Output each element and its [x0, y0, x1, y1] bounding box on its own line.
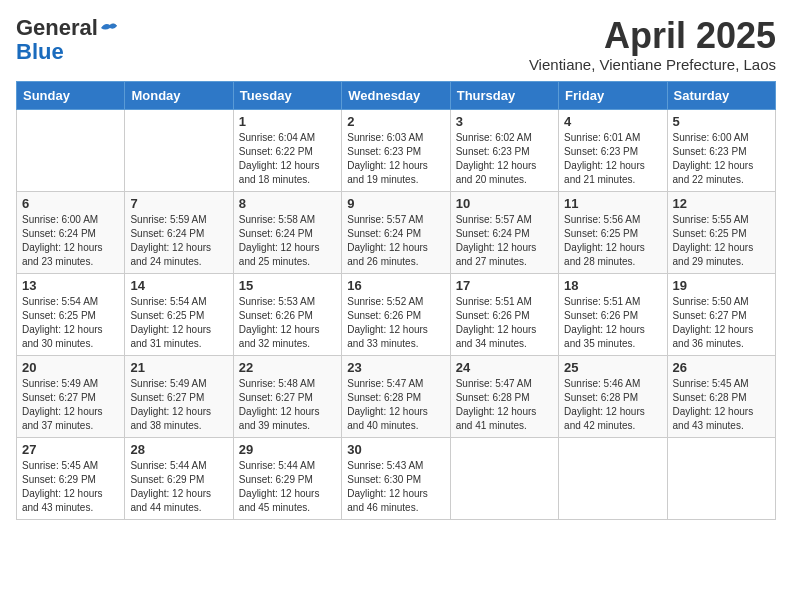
- day-number: 23: [347, 360, 444, 375]
- day-info: Sunrise: 5:43 AM Sunset: 6:30 PM Dayligh…: [347, 459, 444, 515]
- calendar-cell: 6Sunrise: 6:00 AM Sunset: 6:24 PM Daylig…: [17, 191, 125, 273]
- title-block: April 2025 Vientiane, Vientiane Prefectu…: [529, 16, 776, 73]
- calendar-cell: 2Sunrise: 6:03 AM Sunset: 6:23 PM Daylig…: [342, 109, 450, 191]
- day-info: Sunrise: 6:02 AM Sunset: 6:23 PM Dayligh…: [456, 131, 553, 187]
- day-info: Sunrise: 5:51 AM Sunset: 6:26 PM Dayligh…: [456, 295, 553, 351]
- calendar-cell: 18Sunrise: 5:51 AM Sunset: 6:26 PM Dayli…: [559, 273, 667, 355]
- day-info: Sunrise: 5:49 AM Sunset: 6:27 PM Dayligh…: [130, 377, 227, 433]
- calendar-cell: 22Sunrise: 5:48 AM Sunset: 6:27 PM Dayli…: [233, 355, 341, 437]
- weekday-header-thursday: Thursday: [450, 81, 558, 109]
- calendar-cell: 26Sunrise: 5:45 AM Sunset: 6:28 PM Dayli…: [667, 355, 775, 437]
- day-info: Sunrise: 5:52 AM Sunset: 6:26 PM Dayligh…: [347, 295, 444, 351]
- logo-blue-text: Blue: [16, 40, 118, 64]
- day-number: 17: [456, 278, 553, 293]
- day-number: 30: [347, 442, 444, 457]
- day-number: 20: [22, 360, 119, 375]
- calendar-cell: [559, 437, 667, 519]
- day-number: 4: [564, 114, 661, 129]
- weekday-header-wednesday: Wednesday: [342, 81, 450, 109]
- day-info: Sunrise: 5:45 AM Sunset: 6:28 PM Dayligh…: [673, 377, 770, 433]
- day-info: Sunrise: 5:49 AM Sunset: 6:27 PM Dayligh…: [22, 377, 119, 433]
- day-number: 9: [347, 196, 444, 211]
- calendar-cell: 15Sunrise: 5:53 AM Sunset: 6:26 PM Dayli…: [233, 273, 341, 355]
- day-number: 14: [130, 278, 227, 293]
- weekday-header-tuesday: Tuesday: [233, 81, 341, 109]
- calendar-cell: [17, 109, 125, 191]
- calendar-cell: 10Sunrise: 5:57 AM Sunset: 6:24 PM Dayli…: [450, 191, 558, 273]
- day-info: Sunrise: 5:44 AM Sunset: 6:29 PM Dayligh…: [130, 459, 227, 515]
- calendar-cell: 8Sunrise: 5:58 AM Sunset: 6:24 PM Daylig…: [233, 191, 341, 273]
- calendar-cell: 28Sunrise: 5:44 AM Sunset: 6:29 PM Dayli…: [125, 437, 233, 519]
- calendar-cell: 13Sunrise: 5:54 AM Sunset: 6:25 PM Dayli…: [17, 273, 125, 355]
- day-number: 15: [239, 278, 336, 293]
- day-number: 8: [239, 196, 336, 211]
- day-info: Sunrise: 5:54 AM Sunset: 6:25 PM Dayligh…: [130, 295, 227, 351]
- day-number: 28: [130, 442, 227, 457]
- day-number: 13: [22, 278, 119, 293]
- calendar-cell: [125, 109, 233, 191]
- calendar-cell: 1Sunrise: 6:04 AM Sunset: 6:22 PM Daylig…: [233, 109, 341, 191]
- day-number: 27: [22, 442, 119, 457]
- logo-bird-icon: [100, 21, 118, 35]
- calendar-cell: 25Sunrise: 5:46 AM Sunset: 6:28 PM Dayli…: [559, 355, 667, 437]
- day-info: Sunrise: 5:51 AM Sunset: 6:26 PM Dayligh…: [564, 295, 661, 351]
- calendar-cell: [667, 437, 775, 519]
- week-row-3: 13Sunrise: 5:54 AM Sunset: 6:25 PM Dayli…: [17, 273, 776, 355]
- weekday-header-friday: Friday: [559, 81, 667, 109]
- day-info: Sunrise: 5:48 AM Sunset: 6:27 PM Dayligh…: [239, 377, 336, 433]
- location-text: Vientiane, Vientiane Prefecture, Laos: [529, 56, 776, 73]
- calendar-cell: 5Sunrise: 6:00 AM Sunset: 6:23 PM Daylig…: [667, 109, 775, 191]
- day-number: 18: [564, 278, 661, 293]
- calendar-cell: 11Sunrise: 5:56 AM Sunset: 6:25 PM Dayli…: [559, 191, 667, 273]
- day-number: 24: [456, 360, 553, 375]
- day-number: 1: [239, 114, 336, 129]
- calendar-cell: 30Sunrise: 5:43 AM Sunset: 6:30 PM Dayli…: [342, 437, 450, 519]
- week-row-5: 27Sunrise: 5:45 AM Sunset: 6:29 PM Dayli…: [17, 437, 776, 519]
- calendar-cell: 19Sunrise: 5:50 AM Sunset: 6:27 PM Dayli…: [667, 273, 775, 355]
- day-info: Sunrise: 5:58 AM Sunset: 6:24 PM Dayligh…: [239, 213, 336, 269]
- day-info: Sunrise: 5:53 AM Sunset: 6:26 PM Dayligh…: [239, 295, 336, 351]
- calendar-cell: 21Sunrise: 5:49 AM Sunset: 6:27 PM Dayli…: [125, 355, 233, 437]
- day-info: Sunrise: 5:46 AM Sunset: 6:28 PM Dayligh…: [564, 377, 661, 433]
- day-info: Sunrise: 6:03 AM Sunset: 6:23 PM Dayligh…: [347, 131, 444, 187]
- day-number: 21: [130, 360, 227, 375]
- calendar-cell: 7Sunrise: 5:59 AM Sunset: 6:24 PM Daylig…: [125, 191, 233, 273]
- weekday-header-sunday: Sunday: [17, 81, 125, 109]
- calendar-cell: [450, 437, 558, 519]
- day-info: Sunrise: 5:50 AM Sunset: 6:27 PM Dayligh…: [673, 295, 770, 351]
- day-info: Sunrise: 5:54 AM Sunset: 6:25 PM Dayligh…: [22, 295, 119, 351]
- day-info: Sunrise: 6:04 AM Sunset: 6:22 PM Dayligh…: [239, 131, 336, 187]
- calendar-cell: 23Sunrise: 5:47 AM Sunset: 6:28 PM Dayli…: [342, 355, 450, 437]
- calendar-cell: 20Sunrise: 5:49 AM Sunset: 6:27 PM Dayli…: [17, 355, 125, 437]
- day-info: Sunrise: 6:00 AM Sunset: 6:24 PM Dayligh…: [22, 213, 119, 269]
- day-info: Sunrise: 5:55 AM Sunset: 6:25 PM Dayligh…: [673, 213, 770, 269]
- calendar-cell: 14Sunrise: 5:54 AM Sunset: 6:25 PM Dayli…: [125, 273, 233, 355]
- day-number: 11: [564, 196, 661, 211]
- day-info: Sunrise: 5:56 AM Sunset: 6:25 PM Dayligh…: [564, 213, 661, 269]
- weekday-header-monday: Monday: [125, 81, 233, 109]
- day-number: 19: [673, 278, 770, 293]
- day-number: 5: [673, 114, 770, 129]
- calendar-cell: 4Sunrise: 6:01 AM Sunset: 6:23 PM Daylig…: [559, 109, 667, 191]
- day-info: Sunrise: 5:47 AM Sunset: 6:28 PM Dayligh…: [456, 377, 553, 433]
- weekday-header-saturday: Saturday: [667, 81, 775, 109]
- week-row-2: 6Sunrise: 6:00 AM Sunset: 6:24 PM Daylig…: [17, 191, 776, 273]
- weekday-header-row: SundayMondayTuesdayWednesdayThursdayFrid…: [17, 81, 776, 109]
- day-info: Sunrise: 5:57 AM Sunset: 6:24 PM Dayligh…: [456, 213, 553, 269]
- day-number: 26: [673, 360, 770, 375]
- logo-general-text: General: [16, 16, 98, 40]
- day-number: 16: [347, 278, 444, 293]
- calendar-cell: 9Sunrise: 5:57 AM Sunset: 6:24 PM Daylig…: [342, 191, 450, 273]
- day-info: Sunrise: 5:44 AM Sunset: 6:29 PM Dayligh…: [239, 459, 336, 515]
- calendar-cell: 16Sunrise: 5:52 AM Sunset: 6:26 PM Dayli…: [342, 273, 450, 355]
- calendar-cell: 12Sunrise: 5:55 AM Sunset: 6:25 PM Dayli…: [667, 191, 775, 273]
- day-number: 29: [239, 442, 336, 457]
- day-number: 12: [673, 196, 770, 211]
- calendar-cell: 3Sunrise: 6:02 AM Sunset: 6:23 PM Daylig…: [450, 109, 558, 191]
- day-number: 22: [239, 360, 336, 375]
- day-number: 10: [456, 196, 553, 211]
- logo: General Blue: [16, 16, 118, 64]
- day-number: 7: [130, 196, 227, 211]
- calendar-cell: 27Sunrise: 5:45 AM Sunset: 6:29 PM Dayli…: [17, 437, 125, 519]
- day-info: Sunrise: 6:01 AM Sunset: 6:23 PM Dayligh…: [564, 131, 661, 187]
